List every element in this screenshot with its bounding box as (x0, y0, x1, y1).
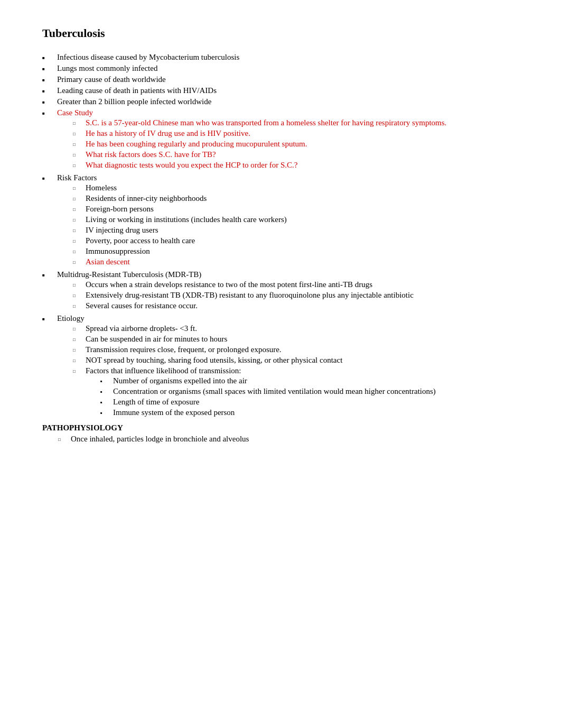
list-item: □Several causes for resistance occur. (73, 301, 529, 310)
list-item: ■Multidrug-Resistant Tuberculosis (MDR-T… (42, 270, 529, 312)
list-item: ■Primary cause of death worldwide (42, 75, 529, 84)
list-item: □Homeless (73, 183, 529, 192)
list-item: □S.C. is a 57-year-old Chinese man who w… (73, 118, 529, 127)
list-item-text: Etiology (57, 314, 85, 322)
sub-list-item-text: S.C. is a 57-year-old Chinese man who wa… (86, 118, 446, 127)
list-item: ■Risk Factors□Homeless□Residents of inne… (42, 173, 529, 268)
list-item: ■Concentration or organisms (small space… (100, 387, 529, 396)
list-item: ■Case Study□S.C. is a 57-year-old Chines… (42, 108, 529, 171)
bullet-icon: ■ (42, 176, 51, 181)
list-item: □What diagnostic tests would you expect … (73, 161, 529, 170)
sub-bullet-icon: □ (73, 283, 80, 288)
list-item: □He has a history of IV drug use and is … (73, 129, 529, 138)
list-item: □Can be suspended in air for minutes to … (73, 335, 529, 344)
bullet-icon: ■ (42, 273, 51, 278)
list-item: □Poverty, poor access to health care (73, 236, 529, 245)
sub-bullet-icon: □ (73, 186, 80, 191)
subsub-list-item-text: Immune system of the exposed person (113, 408, 235, 417)
subsub-bullet-icon: ■ (100, 411, 108, 414)
list-item: □What risk factors does S.C. have for TB… (73, 150, 529, 159)
list-item-text: Risk Factors (57, 173, 97, 182)
sub-list-item-text: What diagnostic tests would you expect t… (86, 161, 297, 169)
pathophysiology-header: PATHOPHYSIOLOGY (42, 423, 529, 432)
sub-list-item-text: IV injecting drug users (86, 226, 158, 234)
list-item: □Immunosuppression (73, 247, 529, 256)
sub-list-item-text: Immunosuppression (86, 247, 150, 255)
list-item: □Factors that influence likelihood of tr… (73, 366, 529, 419)
sub-list-item-text: Foreign-born persons (86, 205, 154, 213)
sub-list-item-text: Can be suspended in air for minutes to h… (86, 335, 227, 343)
sub-list-item-text: Poverty, poor access to health care (86, 236, 195, 245)
sub-list-item-text: NOT spread by touching, sharing food ute… (86, 356, 342, 364)
list-item: ■Immune system of the exposed person (100, 408, 529, 417)
sub-bullet-icon: □ (58, 437, 66, 442)
list-item-text: Primary cause of death worldwide (57, 75, 166, 84)
sub-list-item-text: Several causes for resistance occur. (86, 301, 198, 310)
sub-list-item-text: Asian descent (86, 257, 130, 266)
sub-list-item-text: Factors that influence likelihood of tra… (86, 366, 241, 375)
list-item-text: Lungs most commonly infected (57, 64, 157, 72)
list-item-text: Infectious disease caused by Mycobacteri… (57, 53, 239, 61)
sub-bullet-icon: □ (73, 348, 80, 353)
sub-list-item-text: Homeless (86, 183, 117, 192)
sub-bullet-icon: □ (73, 260, 80, 265)
sub-bullet-icon: □ (73, 132, 80, 136)
main-list: ■Infectious disease caused by Mycobacter… (42, 53, 529, 420)
bullet-icon: ■ (42, 56, 51, 60)
sub-bullet-icon: □ (73, 293, 80, 298)
sub-bullet-icon: □ (73, 239, 80, 244)
list-item: □Living or working in institutions (incl… (73, 215, 529, 224)
pathophysiology-section: PATHOPHYSIOLOGY□Once inhaled, particles … (42, 423, 529, 444)
list-item: □Occurs when a strain develops resistanc… (73, 280, 529, 289)
sub-list-item-text: Extensively drug-resistant TB (XDR-TB) r… (86, 291, 414, 299)
list-item: ■Leading cause of death in patients with… (42, 86, 529, 95)
bullet-icon: ■ (42, 89, 51, 94)
sub-bullet-icon: □ (73, 197, 80, 201)
sub-list-item-text: What risk factors does S.C. have for TB? (86, 150, 216, 159)
sub-bullet-icon: □ (73, 327, 80, 331)
sub-bullet-icon: □ (73, 358, 80, 363)
sub-bullet-icon: □ (73, 218, 80, 223)
sub-list-item-text: He has been coughing regularly and produ… (86, 140, 307, 148)
bullet-icon: ■ (42, 317, 51, 321)
subsub-bullet-icon: ■ (100, 401, 108, 404)
bullet-icon: ■ (42, 100, 51, 105)
sub-bullet-icon: □ (73, 369, 80, 374)
sub-list-item-text: Living or working in institutions (inclu… (86, 215, 287, 224)
list-item: □NOT spread by touching, sharing food ut… (73, 356, 529, 365)
sub-bullet-icon: □ (73, 207, 80, 212)
subsub-bullet-icon: ■ (100, 380, 108, 383)
list-item: ■Lungs most commonly infected (42, 64, 529, 73)
sub-list-item-text: Residents of inner-city neighborhoods (86, 194, 207, 202)
list-item-text: Multidrug-Resistant Tuberculosis (MDR-TB… (57, 270, 201, 279)
sub-bullet-icon: □ (73, 250, 80, 254)
subsub-list-item-text: Length of time of exposure (113, 398, 199, 407)
list-item: ■Infectious disease caused by Mycobacter… (42, 53, 529, 62)
list-item: ■Greater than 2 billion people infected … (42, 97, 529, 106)
list-item: □Transmission requires close, frequent, … (73, 345, 529, 354)
sub-list-item-text: He has a history of IV drug use and is H… (86, 129, 250, 137)
list-item: □Residents of inner-city neighborhoods (73, 194, 529, 203)
list-item: □Once inhaled, particles lodge in bronch… (58, 435, 529, 444)
list-item-text: Case Study (57, 108, 93, 117)
list-item: □Foreign-born persons (73, 205, 529, 214)
sub-list-item-text: Transmission requires close, frequent, o… (86, 345, 282, 354)
list-item: □Spread via airborne droplets- <3 ft. (73, 324, 529, 333)
list-item: ■Number of organisms expelled into the a… (100, 376, 529, 385)
subsub-list-item-text: Number of organisms expelled into the ai… (113, 376, 247, 385)
list-item: ■Etiology□Spread via airborne droplets- … (42, 314, 529, 420)
sub-list-item-text: Spread via airborne droplets- <3 ft. (86, 324, 197, 333)
page-title: Tuberculosis (42, 26, 529, 40)
bullet-icon: ■ (42, 111, 51, 116)
subsub-bullet-icon: ■ (100, 390, 108, 393)
list-item: □Asian descent (73, 257, 529, 266)
list-item-text: Greater than 2 billion people infected w… (57, 97, 211, 106)
sub-bullet-icon: □ (73, 142, 80, 147)
sub-bullet-icon: □ (73, 153, 80, 158)
sub-bullet-icon: □ (73, 337, 80, 342)
patho-item-text: Once inhaled, particles lodge in bronchi… (71, 435, 249, 444)
list-item: □IV injecting drug users (73, 226, 529, 235)
subsub-list-item-text: Concentration or organisms (small spaces… (113, 387, 436, 396)
sub-bullet-icon: □ (73, 304, 80, 309)
sub-bullet-icon: □ (73, 228, 80, 233)
